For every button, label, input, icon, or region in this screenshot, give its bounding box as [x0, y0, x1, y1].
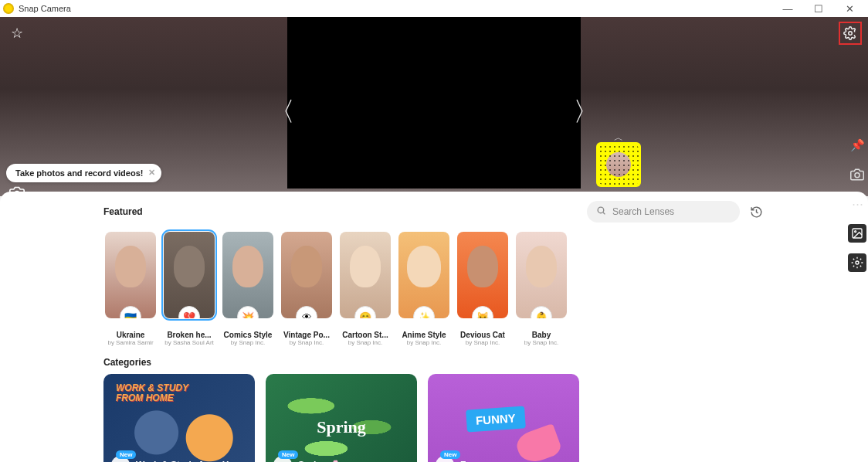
lens-badge-icon: 😊 [354, 306, 376, 318]
svg-point-6 [598, 207, 604, 213]
lens-thumbnail: 👶 [516, 232, 567, 318]
lens-card[interactable]: 😊Cartoon St...by Snap Inc. [338, 232, 392, 346]
rail-more-icon[interactable]: ⋯ [848, 195, 866, 213]
lens-name: Anime Style [398, 331, 449, 339]
settings-highlight [839, 22, 862, 45]
lens-author: by Snap Inc. [281, 339, 332, 346]
lens-badge-icon: 👁 [296, 306, 317, 318]
camera-preview-area: ☆ 〈 〉 ︿ Take photos and record videos! ✕ [0, 17, 868, 196]
next-lens-arrow-icon[interactable]: 〉 [573, 94, 599, 130]
search-input[interactable]: Search Lenses [587, 201, 740, 223]
new-badge: New [116, 450, 136, 459]
lens-browser-panel: Featured Search Lenses 🇺🇦Ukraineby Samir… [0, 192, 868, 462]
lens-name: Vintage Po... [281, 331, 332, 339]
lens-card[interactable]: 👶Babyby Snap Inc. [514, 232, 568, 346]
lens-thumbnail: 😊 [340, 232, 391, 318]
window-title: Snap Camera [19, 4, 71, 13]
history-icon[interactable] [748, 203, 765, 220]
category-card[interactable]: SpringNew31Spring 🌸 [266, 374, 417, 462]
chevron-up-icon: ︿ [596, 131, 641, 144]
lens-name: Ukraine [105, 331, 156, 339]
lens-name: Cartoon St... [340, 331, 391, 339]
lens-thumbnail: 💔 [164, 232, 215, 318]
lens-thumbnail: ✨ [398, 232, 449, 318]
category-count: New32 [436, 456, 454, 462]
category-card[interactable]: New32Funny [428, 374, 579, 462]
search-placeholder: Search Lenses [612, 206, 674, 217]
lens-author: by Snap Inc. [398, 339, 449, 346]
lens-author: by Sasha Soul Art [164, 339, 215, 346]
video-preview [287, 17, 581, 189]
category-label-wrap: New31Work & Study from Home [111, 456, 248, 462]
lens-name: Baby [516, 331, 567, 339]
lens-badge-icon: 💥 [237, 306, 259, 318]
lens-card[interactable]: 🇺🇦Ukraineby Samira Samir [103, 232, 158, 346]
lens-name: Comics Style [222, 331, 273, 339]
category-card[interactable]: WORK & STUDYFROM HOMENew31Work & Study f… [103, 374, 255, 462]
category-overlay-text: WORK & STUDYFROM HOME [116, 383, 188, 403]
prev-lens-arrow-icon[interactable]: 〈 [269, 94, 295, 130]
category-count: New31 [273, 456, 292, 462]
lens-author: by Snap Inc. [516, 339, 567, 346]
rail-camera-icon[interactable] [848, 165, 866, 184]
category-overlay-text: Spring [317, 417, 366, 437]
window-close-button[interactable]: ✕ [834, 3, 865, 15]
app-icon [3, 3, 14, 14]
lens-card[interactable]: 💥Comics Styleby Snap Inc. [221, 232, 275, 346]
lens-badge-icon: ✨ [413, 306, 435, 318]
lens-author: by Snap Inc. [457, 339, 508, 346]
window-maximize-button[interactable]: ☐ [803, 3, 834, 15]
category-count: New31 [111, 456, 130, 462]
lens-thumbnail: 🇺🇦 [105, 232, 156, 318]
settings-gear-icon[interactable] [842, 25, 859, 42]
category-label-wrap: New32Funny [436, 456, 488, 462]
category-label-wrap: New31Spring 🌸 [273, 456, 341, 462]
rail-pin-icon[interactable]: 📌 [848, 136, 866, 155]
side-toolbar: 📌 ⋯ [846, 136, 868, 272]
lens-thumbnail: 💥 [222, 232, 273, 318]
lens-author: by Snap Inc. [340, 339, 391, 346]
categories-row: WORK & STUDYFROM HOMENew31Work & Study f… [103, 374, 765, 462]
lens-card[interactable]: 👁Vintage Po...by Snap Inc. [280, 232, 334, 346]
lens-thumbnail: 😼 [457, 232, 508, 318]
lens-card[interactable]: 😼Devious Catby Snap Inc. [456, 232, 510, 346]
lens-thumbnail: 👁 [281, 232, 332, 318]
lens-name: Devious Cat [457, 331, 508, 339]
lens-author: by Snap Inc. [222, 339, 273, 346]
svg-point-4 [855, 231, 856, 233]
window-titlebar: Snap Camera — ☐ ✕ [0, 0, 868, 17]
featured-title: Featured [103, 206, 143, 217]
search-icon [596, 206, 606, 218]
svg-point-5 [856, 261, 859, 264]
lens-badge-icon: 💔 [178, 306, 200, 318]
new-badge: New [278, 450, 298, 459]
rail-settings-icon[interactable] [848, 253, 866, 272]
lens-badge-icon: 👶 [531, 306, 552, 318]
new-badge: New [440, 450, 460, 459]
categories-title: Categories [103, 357, 765, 368]
snapcode[interactable]: ︿ [596, 142, 641, 187]
lens-name: Broken he... [164, 331, 215, 339]
lens-card[interactable]: 💔Broken he...by Sasha Soul Art [162, 232, 216, 346]
tooltip-close-icon[interactable]: ✕ [148, 168, 155, 178]
rail-gallery-icon[interactable] [848, 224, 866, 243]
lens-badge-icon: 😼 [472, 306, 493, 318]
featured-lens-row: 🇺🇦Ukraineby Samira Samir💔Broken he...by … [103, 232, 765, 346]
featured-header: Featured Search Lenses [103, 201, 765, 223]
svg-point-0 [849, 32, 853, 36]
favorite-star-icon[interactable]: ☆ [11, 25, 23, 42]
lens-card[interactable]: ✨Anime Styleby Snap Inc. [397, 232, 451, 346]
window-minimize-button[interactable]: — [772, 3, 803, 15]
tooltip-text: Take photos and record videos! [15, 168, 143, 178]
capture-tooltip: Take photos and record videos! ✕ [6, 164, 161, 182]
lens-badge-icon: 🇺🇦 [120, 306, 141, 318]
svg-point-2 [855, 173, 860, 178]
lens-author: by Samira Samir [105, 339, 156, 346]
